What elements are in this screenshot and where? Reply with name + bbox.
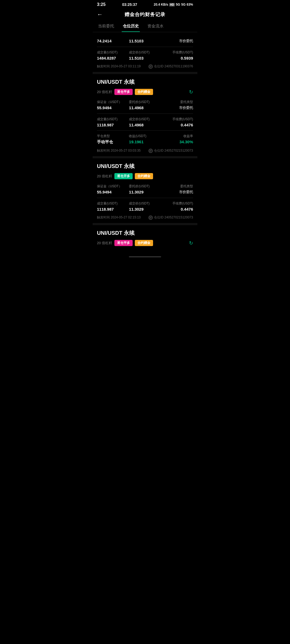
pair-title: UNI/USDT 永续: [97, 163, 135, 170]
signal-1: 5G: [176, 3, 180, 6]
data-grid: 成交量(USDT) 1484.8287 成交价(USDT) 11.5103 手续…: [97, 49, 193, 61]
record-card-3: UNI/USDT 永续 20 倍杠杆 逐仓开多 合约赠金 保证金（USDT） 5…: [93, 158, 197, 225]
status-center-time: 03:25:37: [122, 2, 137, 7]
badge-row: 20 倍杠杆 逐仓平多 合约赠金 ↻: [97, 89, 193, 95]
trigger-row: 触发时间 2024-05-27 02:15:13 仓位ID 2405270215…: [97, 215, 193, 220]
data-grid: 保证金（USDT） 55.9494 委托价(USDT) 11.3029 委托类型…: [97, 183, 193, 196]
data-cell: 成交价(USDT) 11.3029: [129, 200, 161, 213]
data-cell: 平仓类型 手动平仓: [97, 133, 129, 146]
position-id-icon: [148, 149, 153, 153]
divider: [97, 198, 193, 198]
data-cell: 成交价(USDT) 11.5103: [129, 49, 161, 61]
status-time: 3:25: [97, 2, 106, 7]
record-header: UNI/USDT 永续: [97, 229, 193, 237]
record-card-2: UNI/USDT 永续 20 倍杠杆 逐仓平多 合约赠金 ↻ 保证金（USDT）…: [93, 74, 197, 158]
data-grid: 平仓类型 手动平仓 收益(USDT) 19.1961 收益率 34.30%: [97, 133, 193, 146]
data-grid: 成交量(USDT) 1118.987 成交价(USDT) 11.4968 手续费…: [97, 116, 193, 128]
data-cell: 手续费(USDT) 0.4476: [161, 200, 193, 213]
position-id-icon: [148, 215, 153, 220]
data-cell: 手续费(USDT) 0.5939: [161, 49, 193, 61]
pair-title: UNI/USDT 永续: [97, 78, 135, 86]
data-cell: 成交量(USDT) 1484.8287: [97, 49, 129, 61]
badge-gift: 合约赠金: [135, 240, 153, 246]
data-cell: 收益率 34.30%: [161, 133, 193, 146]
data-cell: 成交量(USDT) 1118.987: [97, 200, 129, 213]
data-cell: 收益(USDT) 19.1961: [129, 133, 161, 146]
tab-current-orders[interactable]: 当前委托: [97, 21, 115, 32]
page-title: 赠金合约财务记录: [125, 11, 165, 18]
signal-2: 5G: [181, 3, 186, 6]
network-speed: 20.4 KB/s: [154, 3, 168, 6]
data-cell: 保证金（USDT） 55.9494: [97, 183, 129, 196]
divider: [97, 114, 193, 114]
data-cell: 成交价(USDT) 11.4968: [129, 116, 161, 128]
badge-gift: 合约赠金: [135, 173, 153, 179]
record-card-1: 74.2414 11.5103 市价委托 成交量(USDT) 1484.8287…: [93, 32, 197, 74]
divider: [97, 130, 193, 131]
badge-close-long: 逐仓平多: [114, 89, 133, 95]
divider: [97, 47, 193, 47]
page-header: ← 赠金合约财务记录: [93, 8, 197, 21]
trigger-row: 触发时间 2024-05-27 03:03:35 仓位ID 2405270215…: [97, 148, 193, 153]
badge-close-long: 逐仓平多: [114, 240, 133, 246]
leverage-label: 20 倍杠杆: [97, 241, 112, 246]
back-button[interactable]: ←: [97, 11, 103, 18]
status-right: 20.4 KB/s HD 5G 5G 63%: [154, 3, 193, 6]
position-id: 仓位ID 2405270311190376: [148, 64, 193, 69]
tab-position-history[interactable]: 仓位历史: [122, 21, 140, 32]
leverage-label: 20 倍杠杆: [97, 174, 112, 179]
data-cell: 保证金（USDT） 55.9494: [97, 99, 129, 111]
record-header: UNI/USDT 永续: [97, 163, 193, 170]
data-grid: 保证金（USDT） 55.9494 委托价(USDT) 11.4968 委托类型…: [97, 99, 193, 111]
badge-row: 20 倍杠杆 逐仓平多 合约赠金 ↻: [97, 240, 193, 246]
status-bar: 3:25 03:25:37 20.4 KB/s HD 5G 5G 63%: [93, 0, 197, 8]
data-cell: 委托类型 市价委托: [161, 183, 193, 196]
data-cell: 委托类型 市价委托: [161, 99, 193, 111]
pair-title: UNI/USDT 永续: [97, 229, 135, 237]
bottom-bar: [129, 256, 161, 257]
tab-bar: 当前委托 仓位历史 资金流水: [93, 21, 197, 32]
data-cell: 成交量(USDT) 1118.987: [97, 116, 129, 128]
data-cell: 委托价(USDT) 11.4968: [129, 99, 161, 111]
trigger-row: 触发时间 2024-05-27 03:11:19 仓位ID 2405270311…: [97, 64, 193, 69]
battery: 63%: [187, 3, 193, 6]
badge-row: 20 倍杠杆 逐仓开多 合约赠金: [97, 173, 193, 179]
data-cell: 74.2414: [97, 36, 129, 45]
hd-badge: HD: [169, 3, 175, 6]
data-grid: 成交量(USDT) 1118.987 成交价(USDT) 11.3029 手续费…: [97, 200, 193, 213]
trigger-time: 触发时间 2024-05-27 03:11:19: [97, 64, 141, 69]
data-cell: 手续费(USDT) 0.4476: [161, 116, 193, 128]
badge-open-long: 逐仓开多: [114, 173, 133, 179]
position-id: 仓位ID 2405270215120073: [148, 148, 193, 153]
data-cell: 市价委托: [161, 36, 193, 45]
data-cell: 委托价(USDT) 11.3029: [129, 183, 161, 196]
trigger-time: 触发时间 2024-05-27 02:15:13: [97, 215, 141, 220]
record-card-4: UNI/USDT 永续 20 倍杠杆 逐仓平多 合约赠金 ↻: [93, 225, 197, 253]
refresh-icon[interactable]: ↻: [189, 89, 193, 95]
badge-gift: 合约赠金: [135, 89, 153, 95]
refresh-icon[interactable]: ↻: [189, 240, 193, 246]
position-id-icon: [148, 64, 153, 69]
leverage-label: 20 倍杠杆: [97, 90, 112, 94]
trigger-time: 触发时间 2024-05-27 03:03:35: [97, 148, 141, 153]
position-id: 仓位ID 2405270215120073: [148, 215, 193, 220]
data-grid: 74.2414 11.5103 市价委托: [97, 36, 193, 45]
data-cell: 11.5103: [129, 36, 161, 45]
content-area: 74.2414 11.5103 市价委托 成交量(USDT) 1484.8287…: [93, 32, 197, 253]
record-header: UNI/USDT 永续: [97, 78, 193, 86]
tab-fund-flow[interactable]: 资金流水: [146, 21, 165, 32]
